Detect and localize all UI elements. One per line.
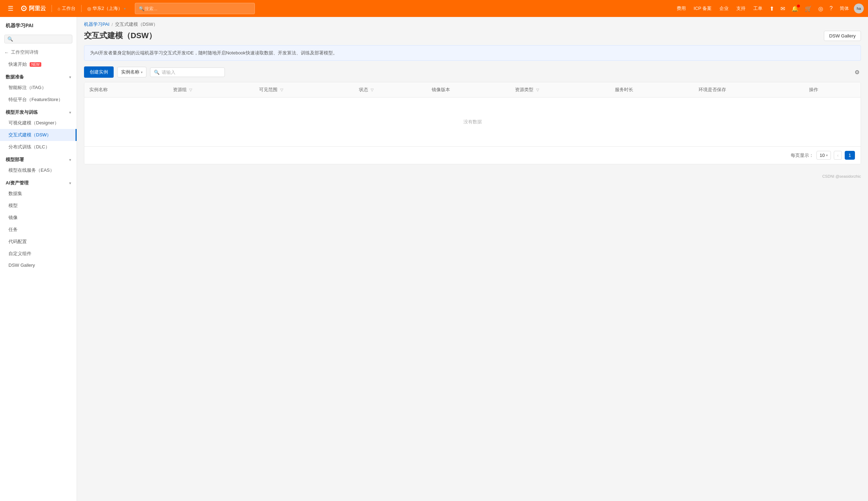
table-header: 实例名称 资源组 ▽ 可见范围 ▽ 状态 [84,82,861,98]
col-operations: 操作 [804,82,861,98]
sidebar: 机器学习PAI 🔍 ← 工作空间详情 快速开始 NEW 数据准备 ▾ 智能标注（… [0,17,77,501]
main-content: 机器学习PAI / 交互式建模（DSW） 交互式建模（DSW） DSW Gall… [77,17,868,501]
search-icon-sidebar: 🔍 [7,36,13,42]
col-resource-group: 资源组 ▽ [168,82,254,98]
sidebar-search-input[interactable] [15,37,69,42]
sidebar-item-itag[interactable]: 智能标注（iTAG） [0,82,77,94]
section-data-prep[interactable]: 数据准备 ▾ [0,70,77,82]
upload-icon[interactable]: ⬆ [767,5,776,12]
col-service-duration: 服务时长 [610,82,694,98]
breadcrumb-current: 交互式建模（DSW） [115,21,158,28]
nav-divider [52,5,52,12]
section-model-deploy[interactable]: 模型部署 ▾ [0,153,77,164]
sidebar-item-dsw-gallery[interactable]: DSW Gallery [0,260,77,271]
hamburger-menu[interactable]: ☰ [4,5,17,12]
back-arrow-icon: ← [4,50,9,55]
bell-icon[interactable]: 🔔 [789,5,801,12]
chevron-down-icon: ▾ [124,7,126,11]
description-text: 为AI开发者量身定制的云端机器学习交互式开发IDE，随时随地开启Notebook… [90,50,337,55]
sidebar-title: 机器学习PAI [0,17,77,32]
col-resource-type: 资源类型 ▽ [510,82,610,98]
page-title: 交互式建模（DSW） [84,30,156,41]
nav-support[interactable]: 支持 [734,5,748,12]
search-icon-main: 🔍 [154,70,160,75]
logo-icon: ⊙ [20,4,27,13]
create-instance-button[interactable]: 创建实例 [84,66,114,78]
mail-icon[interactable]: ✉ [778,5,787,12]
section-ai-assets[interactable]: AI资产管理 ▾ [0,176,77,188]
breadcrumb-link-ml[interactable]: 机器学习PAI [84,21,109,28]
per-page-select[interactable]: 10 ▾ [816,151,831,160]
sidebar-item-dsw[interactable]: 交互式建模（DSW） [0,129,77,141]
region-icon: ◎ [87,6,91,11]
sidebar-item-quick-start[interactable]: 快速开始 NEW [0,58,77,70]
page-content: 交互式建模（DSW） DSW Gallery 为AI开发者量身定制的云端机器学习… [77,30,868,171]
prev-page-button[interactable]: ‹ [834,151,842,160]
filter-icon-resource[interactable]: ▽ [189,88,192,92]
logo-text: 阿里云 [29,5,46,12]
per-page-label: 每页显示： [791,152,814,159]
col-instance-name: 实例名称 [84,82,168,98]
sidebar-search-box[interactable]: 🔍 [4,35,72,43]
col-env-save: 环境是否保存 [694,82,804,98]
filter-chevron-icon: ▾ [141,70,143,74]
search-box[interactable]: 🔍 [150,67,225,77]
logo[interactable]: ⊙ 阿里云 [17,4,49,13]
quick-start-label: 快速开始 NEW [8,61,41,67]
col-status: 状态 ▽ [354,82,427,98]
nav-enterprise[interactable]: 企业 [717,5,731,12]
new-badge: NEW [30,62,41,67]
sidebar-item-custom-component[interactable]: 自定义组件 [0,248,77,260]
back-button[interactable]: ← 工作空间详情 [0,46,77,58]
nav-ticket[interactable]: 工单 [750,5,765,12]
current-page[interactable]: 1 [845,151,855,160]
search-input[interactable] [144,6,251,11]
dsw-gallery-button[interactable]: DSW Gallery [824,31,861,41]
description-box: 为AI开发者量身定制的云端机器学习交互式开发IDE，随时随地开启Notebook… [84,45,861,61]
table-header-row: 实例名称 资源组 ▽ 可见范围 ▽ 状态 [84,82,861,98]
location-icon[interactable]: ◎ [816,5,825,12]
toolbar: 创建实例 实例名称 ▾ 🔍 ⚙ [84,66,861,78]
empty-text: 没有数据 [84,98,861,147]
sidebar-item-eas[interactable]: 模型在线服务（EAS） [0,164,77,176]
help-icon[interactable]: ? [827,5,835,12]
user-avatar[interactable]: ha [854,4,864,13]
sidebar-item-dataset[interactable]: 数据集 [0,188,77,200]
per-page-chevron: ▾ [826,153,828,157]
sidebar-item-task[interactable]: 任务 [0,224,77,236]
nav-icp[interactable]: ICP 备案 [691,5,714,12]
workspace-label: 工作空间详情 [11,49,38,55]
settings-icon[interactable]: ⚙ [853,67,861,77]
filter-icon-status[interactable]: ▽ [371,88,373,92]
footer-note: CSDNI @seasidorzhic [77,171,868,181]
col-visibility: 可见范围 ▽ [254,82,354,98]
filter-select[interactable]: 实例名称 ▾ [117,67,146,77]
region-selector[interactable]: ◎ 华东2（上海） ▾ [84,5,129,12]
filter-icon-visibility[interactable]: ▽ [280,88,283,92]
filter-icon-resource-type[interactable]: ▽ [536,88,539,92]
search-bar[interactable]: 🔍 [135,3,255,14]
pagination: 每页显示： 10 ▾ ‹ 1 [84,146,861,164]
sidebar-item-mirror[interactable]: 镜像 [0,212,77,224]
nav-fees[interactable]: 费用 [674,5,689,12]
section-collapse-icon-3: ▾ [69,158,71,162]
search-icon: 🔍 [139,6,144,11]
per-page-value: 10 [820,153,825,158]
section-model-dev[interactable]: 模型开发与训练 ▾ [0,106,77,117]
nav-home[interactable]: ⌂ 工作台 [54,5,79,12]
lang-switch[interactable]: 简体 [837,5,852,12]
section-collapse-icon: ▾ [69,75,71,79]
sidebar-item-designer[interactable]: 可视化建模（Designer） [0,117,77,129]
search-input-main[interactable] [162,70,221,75]
sidebar-item-model[interactable]: 模型 [0,200,77,212]
breadcrumb-separator: / [112,22,113,27]
section-collapse-icon-4: ▾ [69,181,71,185]
sidebar-item-dlc[interactable]: 分布式训练（DLC） [0,141,77,153]
page-header: 交互式建模（DSW） DSW Gallery [84,30,861,41]
cart-icon[interactable]: 🛒 [803,5,814,12]
instances-table-container: 实例名称 资源组 ▽ 可见范围 ▽ 状态 [84,82,861,164]
sidebar-item-featurestore[interactable]: 特征平台（FeatureStore） [0,94,77,106]
sidebar-item-code-config[interactable]: 代码配置 [0,236,77,248]
empty-row: 没有数据 [84,98,861,147]
nav-right: 费用 ICP 备案 企业 支持 工单 ⬆ ✉ 🔔 🛒 ◎ ? 简体 ha [674,4,864,13]
